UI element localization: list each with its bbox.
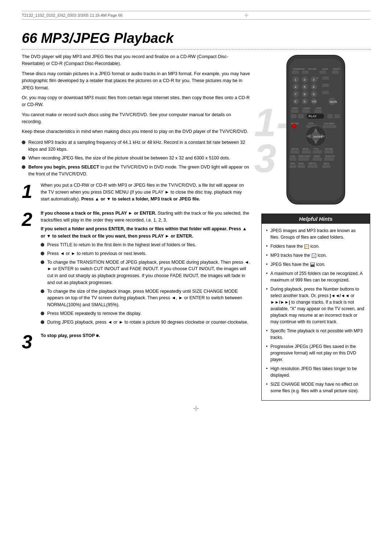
step-2-content: If you choose a track or file, press PLA… xyxy=(41,210,250,328)
right-column: 1-23 STANDBY/ON PICTURE SLEEP SELECT xyxy=(261,53,370,401)
svg-text:ZOOM: ZOOM xyxy=(316,107,321,109)
svg-rect-87 xyxy=(308,165,317,168)
hint-item-9: High resolution JPEG files takes longer … xyxy=(266,365,366,378)
svg-text:STANDBY/ON: STANDBY/ON xyxy=(293,68,305,70)
intro-p5: Keep these characteristics in mind when … xyxy=(22,128,250,135)
helpful-hints-title: Helpful Hints xyxy=(262,214,370,224)
intro-p3: Or, you may copy or download MP3 music f… xyxy=(22,94,250,109)
svg-rect-51 xyxy=(335,114,340,118)
svg-text:SELECT: SELECT xyxy=(333,68,340,70)
svg-text:7: 7 xyxy=(295,93,297,96)
svg-point-57 xyxy=(292,124,296,128)
hint-item-2: Folders have the 📁 icon. xyxy=(266,243,366,250)
step-3: 3 To stop play, press STOP ■. xyxy=(22,332,250,351)
hint-item-3: MP3 tracks have the ♫ icon. xyxy=(266,252,366,259)
svg-rect-78 xyxy=(298,158,309,161)
svg-rect-14 xyxy=(322,77,329,80)
sub-bullet-4: To change the size of the playback image… xyxy=(41,288,250,308)
page-wrapper: T2132_1102_0102_EN2_0303 3/3/05 11:16 AM… xyxy=(0,0,392,555)
svg-text:C.RESET: C.RESET xyxy=(303,107,311,109)
bullet-item-2: When recording JPEG files, the size of t… xyxy=(22,155,250,162)
svg-text:9: 9 xyxy=(313,93,315,96)
step-2-bullets: Press TITLE to return to the first item … xyxy=(41,242,250,325)
svg-text:+10: +10 xyxy=(312,100,316,103)
svg-rect-80 xyxy=(324,158,334,161)
svg-text:SLEEP: SLEEP xyxy=(322,68,328,70)
bullet-dot xyxy=(22,156,25,160)
hint-item-7: Specific Time playback is not possible w… xyxy=(266,328,366,341)
bullet-dot xyxy=(22,165,25,169)
helpful-hints-list: JPEG images and MP3 tracks are known as … xyxy=(266,227,366,394)
svg-rect-45 xyxy=(314,110,322,113)
sub-bullet-6: During JPEG playback, press ◄ or ► to ro… xyxy=(41,319,250,326)
step-1-content: When you put a CD-RW or CD-R with MP3 or… xyxy=(41,182,250,205)
svg-rect-69 xyxy=(290,150,299,153)
svg-rect-46 xyxy=(291,114,296,118)
svg-text:AUDIO: AUDIO xyxy=(298,163,304,165)
svg-rect-47 xyxy=(298,114,303,118)
sub-bullet-3: To change the TRANSITION MODE of JPEG pl… xyxy=(41,259,250,286)
page-header: T2132_1102_0102_EN2_0303 3/3/05 11:16 AM… xyxy=(22,11,370,20)
helpful-hints-content: JPEG images and MP3 tracks are known as … xyxy=(262,224,370,400)
helpful-hints-box: Helpful Hints JPEG images and MP3 tracks… xyxy=(261,214,370,401)
step-2-number: 2 xyxy=(22,210,36,229)
bullet-dot xyxy=(41,252,44,255)
intro-p4: You cannot make or record such discs usi… xyxy=(22,112,250,126)
svg-rect-43 xyxy=(291,110,298,113)
svg-text:5: 5 xyxy=(304,85,306,89)
svg-rect-9 xyxy=(332,71,339,74)
svg-text:2: 2 xyxy=(304,78,306,81)
hint-item-8: Progressive JPEGs (JPEG files saved in t… xyxy=(266,343,366,363)
page-title: 66 MP3/JPEG Playback xyxy=(22,31,370,50)
svg-text:SEARCH MODE: SEARCH MODE xyxy=(298,155,311,157)
step-3-number: 3 xyxy=(22,332,36,351)
svg-rect-72 xyxy=(324,150,333,153)
bottom-crosshair-symbol: ✛ xyxy=(193,404,199,413)
intro-p1: The DVD player will play MP3 and JPEG fi… xyxy=(22,53,250,68)
svg-text:ANGLE: ANGLE xyxy=(324,163,329,165)
svg-rect-44 xyxy=(302,110,310,113)
mp3-icon: ♫ xyxy=(312,254,316,258)
svg-text:TITLE: TITLE xyxy=(314,148,319,150)
bullet-dot xyxy=(41,320,44,324)
svg-text:RETURN: RETURN xyxy=(325,148,333,150)
intro-section: The DVD player will play MP3 and JPEG fi… xyxy=(22,53,250,135)
svg-text:MUTE: MUTE xyxy=(330,101,337,103)
svg-text:DISC MENU: DISC MENU xyxy=(324,122,334,125)
sub-bullet-5: Press MODE repeatedly to remove the disp… xyxy=(41,310,250,317)
hint-item-4: JPEG files have the 📷 icon. xyxy=(266,261,366,268)
remote-svg: STANDBY/ON PICTURE SLEEP SELECT CH. xyxy=(276,53,356,206)
svg-rect-85 xyxy=(290,165,296,168)
left-column: The DVD player will play MP3 and JPEG fi… xyxy=(22,53,250,401)
svg-text:PLAY: PLAY xyxy=(309,114,317,118)
svg-text:ENTER: ENTER xyxy=(314,135,322,138)
svg-text:6: 6 xyxy=(313,85,315,89)
main-content: The DVD player will play MP3 and JPEG fi… xyxy=(22,53,370,401)
svg-rect-7 xyxy=(302,71,309,74)
folder-icon: 📁 xyxy=(305,244,309,249)
title-text: MP3/JPEG Playback xyxy=(41,31,173,46)
bullet-dot xyxy=(22,141,25,144)
bullet-dot xyxy=(41,289,44,293)
step-3-content: To stop play, press STOP ■. xyxy=(41,332,250,341)
sub-bullet-1: Press TITLE to return to the first item … xyxy=(41,242,250,248)
svg-text:3: 3 xyxy=(313,78,315,81)
svg-rect-70 xyxy=(302,150,311,153)
svg-rect-79 xyxy=(313,158,322,161)
header-crosshair: ✛ xyxy=(244,12,249,18)
bullet-list: Record MP3 tracks at a sampling frequenc… xyxy=(22,139,250,178)
bullet-dot xyxy=(41,260,44,264)
svg-text:0: 0 xyxy=(304,100,306,103)
bullet-dot xyxy=(41,243,44,247)
svg-rect-86 xyxy=(298,165,305,168)
svg-rect-6 xyxy=(292,71,299,74)
svg-text:SUBTITLE: SUBTITLE xyxy=(309,163,317,165)
bullet-item-1: Record MP3 tracks at a sampling frequenc… xyxy=(22,139,250,153)
svg-rect-55 xyxy=(323,125,336,128)
svg-rect-8 xyxy=(319,71,326,74)
svg-text:REPEAT A-B: REPEAT A-B xyxy=(325,155,335,157)
svg-text:SPEED: SPEED xyxy=(292,107,298,109)
sub-bullet-2: Press ◄ or ► to return to previous or ne… xyxy=(41,250,250,257)
svg-text:REPEAT: REPEAT xyxy=(314,155,320,157)
svg-rect-21 xyxy=(322,84,329,87)
